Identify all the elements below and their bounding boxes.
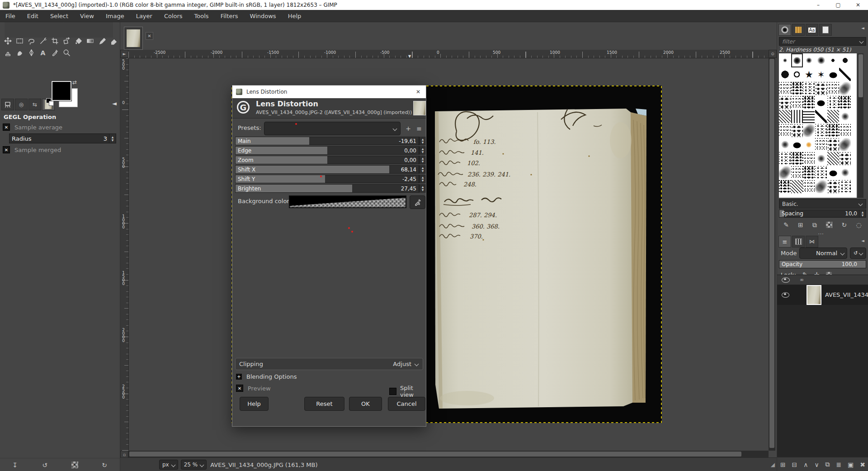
brush-swatch[interactable] [779, 138, 791, 152]
zoom-slider[interactable]: Zoom 0,00 [235, 156, 419, 164]
layer-mask-icon[interactable]: ▣ [848, 461, 854, 468]
brush-swatch[interactable] [815, 124, 827, 138]
menu-view[interactable]: View [80, 13, 94, 19]
tab-channels[interactable] [792, 236, 805, 247]
presets-dropdown[interactable] [264, 122, 401, 135]
brush-swatch[interactable] [803, 81, 815, 95]
radius-slider[interactable]: Radius 3 ▲▼ [9, 133, 116, 143]
brush-swatch[interactable] [779, 109, 791, 124]
new-group-icon[interactable]: ⊟ [792, 461, 797, 468]
tab-fonts[interactable]: Aa [806, 24, 818, 36]
layer-thumbnail[interactable] [807, 285, 821, 305]
eraser-tool-icon[interactable] [108, 35, 119, 47]
tab-brushes[interactable] [778, 24, 791, 36]
layer-row[interactable]: AVES_VII_1434 [777, 285, 868, 305]
brush-filter-input[interactable]: filter [779, 37, 866, 46]
tab-layers[interactable]: ≡ [778, 236, 791, 247]
brush-grid-scrollbar[interactable] [858, 53, 863, 198]
collapse-dock-icon[interactable]: ◄ [861, 238, 864, 243]
edge-spinner[interactable]: ▲▼ [419, 146, 426, 155]
tab-undo-history[interactable]: ⇆ [28, 99, 41, 110]
restore-tool-options-icon[interactable]: ↺ [30, 461, 60, 469]
close-button[interactable]: ✕ [848, 0, 868, 10]
fuzzy-select-tool-icon[interactable] [37, 35, 49, 47]
brush-swatch[interactable] [791, 166, 803, 180]
brush-group-dropdown[interactable]: Basic. [779, 199, 866, 209]
main-slider[interactable]: Main -19,61 [235, 137, 419, 145]
cancel-button[interactable]: Cancel [388, 397, 425, 411]
brush-swatch[interactable] [839, 53, 851, 67]
crop-tool-icon[interactable] [49, 35, 61, 47]
sample-merged-checkbox[interactable]: ✕ [3, 146, 10, 153]
brush-swatch[interactable] [827, 95, 839, 109]
brush-swatch[interactable] [839, 138, 851, 152]
brush-swatch[interactable] [791, 95, 803, 109]
maximize-button[interactable]: ▢ [828, 0, 848, 10]
tab-patterns[interactable] [792, 24, 805, 36]
brush-swatch[interactable] [803, 166, 815, 180]
brush-swatch[interactable] [839, 81, 851, 95]
paths-tool-icon[interactable] [25, 47, 37, 58]
lower-layer-icon[interactable]: ∨ [814, 461, 819, 468]
brush-swatch[interactable] [803, 95, 815, 109]
vertical-scrollbar[interactable] [769, 58, 775, 451]
brush-swatch[interactable] [827, 53, 839, 67]
delete-layer-icon[interactable]: ✖ [860, 461, 865, 468]
delete-tool-options-icon[interactable]: ✕ [60, 461, 90, 468]
brush-swatch[interactable] [815, 166, 827, 180]
brush-swatch[interactable] [779, 53, 791, 67]
brush-swatch[interactable] [803, 138, 815, 152]
menu-layer[interactable]: Layer [136, 13, 152, 19]
default-colors-icon[interactable] [46, 98, 53, 105]
brush-swatch[interactable] [827, 166, 839, 180]
zoom-spinner[interactable]: ▲▼ [419, 156, 426, 164]
menu-windows[interactable]: Windows [250, 13, 276, 19]
radius-spinner[interactable]: ▲▼ [109, 134, 116, 143]
zoom-tool-icon[interactable] [61, 47, 72, 58]
visibility-column-icon[interactable] [782, 277, 790, 283]
horizontal-scrollbar-thumb[interactable] [129, 452, 741, 457]
brush-swatch[interactable] [839, 109, 851, 124]
swap-colors-icon[interactable]: ⇄ [72, 79, 77, 86]
new-brush-icon[interactable]: ⊞ [798, 221, 803, 228]
menu-edit[interactable]: Edit [27, 13, 38, 19]
image-tab[interactable] [124, 27, 143, 50]
preview-checkbox[interactable]: ✕ [236, 385, 243, 392]
help-button[interactable]: Help [240, 397, 269, 411]
paintbrush-tool-icon[interactable] [96, 35, 108, 47]
edit-brush-icon[interactable]: ✎ [783, 221, 789, 228]
brush-swatch[interactable] [827, 109, 839, 124]
spacing-spinner[interactable]: ▲▼ [859, 210, 866, 217]
brush-swatch[interactable] [791, 81, 803, 95]
open-brush-icon[interactable]: ◌ [856, 221, 862, 228]
menu-filters[interactable]: Filters [221, 13, 238, 19]
vertical-ruler[interactable]: 500 0 500 1000 1500 2000 2500 [120, 58, 129, 451]
brush-swatch[interactable] [791, 124, 803, 138]
menu-file[interactable]: File [5, 13, 15, 19]
split-view-checkbox[interactable]: ✕ [389, 388, 396, 395]
transform-tool-icon[interactable] [61, 35, 72, 47]
brush-swatch[interactable] [791, 138, 803, 152]
shift-x-slider[interactable]: Shift X 68,14 [235, 165, 419, 174]
tab-tool-options[interactable] [1, 99, 14, 110]
brush-swatch[interactable] [827, 138, 839, 152]
smudge-tool-icon[interactable] [14, 47, 25, 58]
rect-select-tool-icon[interactable] [14, 35, 25, 47]
raise-layer-icon[interactable]: ∧ [803, 461, 808, 468]
menu-tools[interactable]: Tools [194, 13, 209, 19]
brush-swatch[interactable] [815, 95, 827, 109]
background-color-button[interactable] [289, 195, 406, 208]
text-tool-icon[interactable]: A [37, 47, 49, 58]
gradient-tool-icon[interactable] [84, 35, 96, 47]
menu-image[interactable]: Image [106, 13, 124, 19]
brush-swatch[interactable] [779, 124, 791, 138]
duplicate-brush-icon[interactable]: ⧉ [812, 221, 817, 229]
menu-select[interactable]: Select [50, 13, 68, 19]
brush-swatch[interactable] [839, 124, 851, 138]
free-select-tool-icon[interactable] [25, 35, 37, 47]
layer-visibility-icon[interactable] [782, 292, 789, 298]
edge-slider[interactable]: Edge 0,00 [235, 146, 419, 155]
brush-swatch[interactable] [803, 124, 815, 138]
pick-color-icon[interactable] [410, 195, 425, 209]
brush-swatch[interactable] [839, 152, 851, 166]
